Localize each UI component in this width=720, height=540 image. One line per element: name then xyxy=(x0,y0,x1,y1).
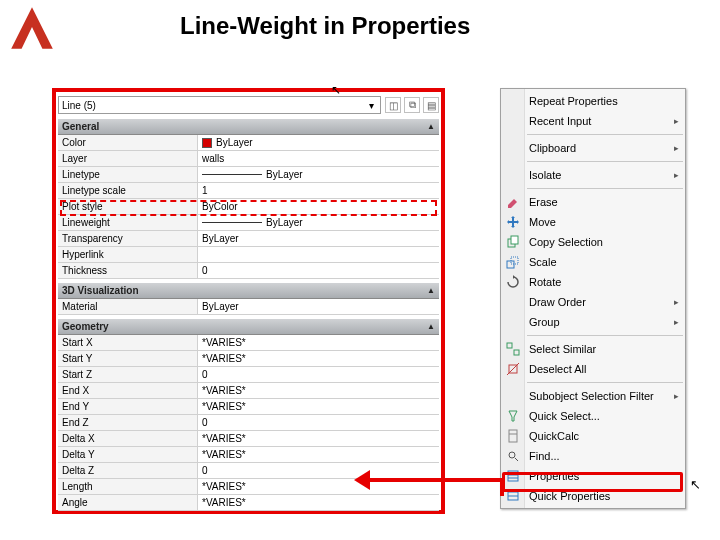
menu-item-subobject-selection-filter[interactable]: Subobject Selection Filter xyxy=(501,386,685,406)
property-row[interactable]: Plot styleByColor xyxy=(58,199,439,215)
selection-combo[interactable]: Line (5) ▾ xyxy=(58,96,381,114)
menu-item-draw-order[interactable]: Draw Order xyxy=(501,292,685,312)
property-row[interactable]: End Y*VARIES* xyxy=(58,399,439,415)
menu-item-label: Copy Selection xyxy=(529,236,603,248)
menu-item-rotate[interactable]: Rotate xyxy=(501,272,685,292)
property-row[interactable]: LinetypeByLayer xyxy=(58,167,439,183)
property-row[interactable]: Hyperlink xyxy=(58,247,439,263)
group-header[interactable]: 3D Visualization▲ xyxy=(58,282,439,299)
property-row[interactable]: Start Y*VARIES* xyxy=(58,351,439,367)
menu-item-find[interactable]: Find... xyxy=(501,446,685,466)
menu-item-label: Quick Properties xyxy=(529,490,610,502)
property-value: *VARIES* xyxy=(202,481,246,492)
menu-item-group[interactable]: Group xyxy=(501,312,685,332)
desel-icon xyxy=(505,361,521,377)
chevron-down-icon[interactable]: ▾ xyxy=(363,100,379,111)
property-value-cell[interactable]: *VARIES* xyxy=(198,495,439,510)
menu-item-properties[interactable]: Properties xyxy=(501,466,685,486)
property-value-cell[interactable]: 0 xyxy=(198,415,439,430)
property-label: Start X xyxy=(58,335,198,350)
property-row[interactable]: Layerwalls xyxy=(58,151,439,167)
menu-item-copy-selection[interactable]: Copy Selection xyxy=(501,232,685,252)
property-value-cell[interactable]: *VARIES* xyxy=(198,399,439,414)
group-header[interactable]: General▲ xyxy=(58,118,439,135)
property-row[interactable]: Delta Z0 xyxy=(58,463,439,479)
color-swatch-icon xyxy=(202,138,212,148)
property-row[interactable]: End X*VARIES* xyxy=(58,383,439,399)
property-value-cell[interactable]: *VARIES* xyxy=(198,335,439,350)
autocad-logo-icon xyxy=(6,2,58,54)
property-value-cell[interactable]: ByLayer xyxy=(198,135,439,150)
property-value-cell[interactable]: 0 xyxy=(198,463,439,478)
menu-item-label: Erase xyxy=(529,196,558,208)
property-value: *VARIES* xyxy=(202,353,246,364)
property-label: Linetype scale xyxy=(58,183,198,198)
menu-item-isolate[interactable]: Isolate xyxy=(501,165,685,185)
group-title: General xyxy=(62,121,99,132)
menu-item-select-similar[interactable]: Select Similar xyxy=(501,339,685,359)
property-row[interactable]: Angle*VARIES* xyxy=(58,495,439,511)
menu-item-recent-input[interactable]: Recent Input xyxy=(501,111,685,131)
select-objects-icon[interactable]: ⧉ xyxy=(404,97,420,113)
menu-item-move[interactable]: Move xyxy=(501,212,685,232)
menu-item-deselect-all[interactable]: Deselect All xyxy=(501,359,685,379)
property-value-cell[interactable]: *VARIES* xyxy=(198,431,439,446)
property-row[interactable]: Linetype scale1 xyxy=(58,183,439,199)
group-header[interactable]: Geometry▲ xyxy=(58,318,439,335)
property-row[interactable]: MaterialByLayer xyxy=(58,299,439,315)
property-value-cell[interactable] xyxy=(198,247,439,262)
toggle-pick-icon[interactable]: ▤ xyxy=(423,97,439,113)
menu-item-quick-properties[interactable]: Quick Properties xyxy=(501,486,685,506)
menu-item-quickcalc[interactable]: QuickCalc xyxy=(501,426,685,446)
property-row[interactable]: End Z0 xyxy=(58,415,439,431)
property-row[interactable]: Delta X*VARIES* xyxy=(58,431,439,447)
property-value-cell[interactable]: *VARIES* xyxy=(198,447,439,462)
svg-rect-1 xyxy=(511,236,518,244)
menu-separator xyxy=(527,161,683,162)
property-value-cell[interactable]: ByLayer xyxy=(198,299,439,314)
property-row[interactable]: Thickness0 xyxy=(58,263,439,279)
property-value-cell[interactable]: ByLayer xyxy=(198,215,439,230)
erase-icon xyxy=(505,194,521,210)
property-value-cell[interactable]: 0 xyxy=(198,263,439,278)
collapse-caret-icon[interactable]: ▲ xyxy=(427,286,435,295)
property-value-cell[interactable]: ByLayer xyxy=(198,231,439,246)
property-value-cell[interactable]: 0 xyxy=(198,367,439,382)
property-row[interactable]: Start Z0 xyxy=(58,367,439,383)
property-value-cell[interactable]: walls xyxy=(198,151,439,166)
property-value-cell[interactable]: 1 xyxy=(198,183,439,198)
property-label: Hyperlink xyxy=(58,247,198,262)
menu-item-scale[interactable]: Scale xyxy=(501,252,685,272)
menu-item-label: Select Similar xyxy=(529,343,596,355)
property-value-cell[interactable]: ByLayer xyxy=(198,167,439,182)
property-row[interactable]: Delta Y*VARIES* xyxy=(58,447,439,463)
qprop-icon xyxy=(505,488,521,504)
menu-item-label: Find... xyxy=(529,450,560,462)
menu-item-erase[interactable]: Erase xyxy=(501,192,685,212)
group-title: Geometry xyxy=(62,321,109,332)
linetype-preview-icon xyxy=(202,174,262,175)
collapse-caret-icon[interactable]: ▲ xyxy=(427,322,435,331)
property-value-cell[interactable]: *VARIES* xyxy=(198,383,439,398)
menu-item-quick-select[interactable]: Quick Select... xyxy=(501,406,685,426)
property-row[interactable]: LineweightByLayer xyxy=(58,215,439,231)
property-row[interactable]: ColorByLayer xyxy=(58,135,439,151)
collapse-caret-icon[interactable]: ▲ xyxy=(427,122,435,131)
svg-rect-5 xyxy=(514,350,519,355)
property-row[interactable]: TransparencyByLayer xyxy=(58,231,439,247)
menu-item-repeat-properties[interactable]: Repeat Properties xyxy=(501,91,685,111)
menu-item-label: Subobject Selection Filter xyxy=(529,390,654,402)
property-value: walls xyxy=(202,153,224,164)
property-value: *VARIES* xyxy=(202,433,246,444)
page-title: Line-Weight in Properties xyxy=(180,12,470,40)
context-menu: Repeat PropertiesRecent InputClipboardIs… xyxy=(500,88,686,509)
menu-item-clipboard[interactable]: Clipboard xyxy=(501,138,685,158)
property-value-cell[interactable]: ByColor xyxy=(198,199,439,214)
calc-icon xyxy=(505,428,521,444)
property-row[interactable]: Start X*VARIES* xyxy=(58,335,439,351)
copy-icon xyxy=(505,234,521,250)
property-label: Thickness xyxy=(58,263,198,278)
property-value-cell[interactable]: *VARIES* xyxy=(198,351,439,366)
quick-select-icon[interactable]: ◫ xyxy=(385,97,401,113)
property-value: *VARIES* xyxy=(202,385,246,396)
